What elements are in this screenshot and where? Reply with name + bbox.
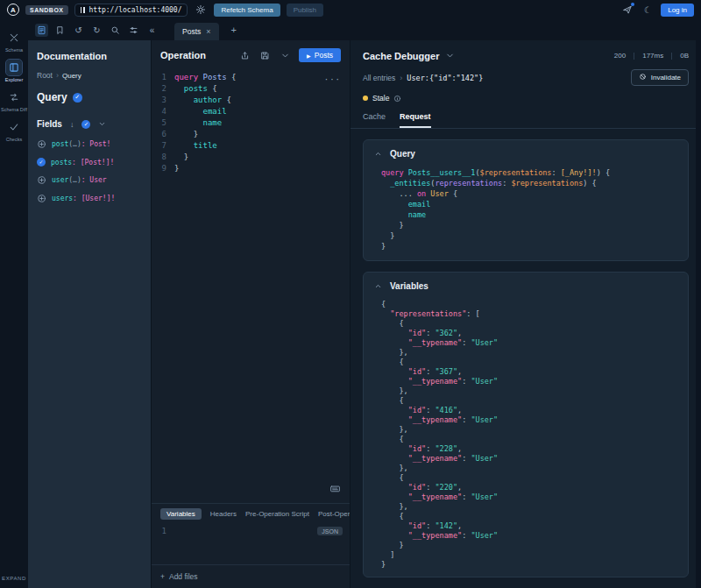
run-operation-button[interactable]: ▶ Posts xyxy=(299,48,341,62)
field-row-users[interactable]: users: [User!]! xyxy=(37,194,142,203)
check-circle-icon[interactable]: ✓ xyxy=(37,158,46,166)
type-heading-row: Query ✓ xyxy=(37,91,142,103)
field-type-link[interactable]: : User xyxy=(81,176,107,184)
gear-icon[interactable] xyxy=(194,3,208,17)
cache-debugger-panel: Cache Debugger 200 177ms 0B All entries … xyxy=(350,40,701,588)
info-icon[interactable] xyxy=(393,95,401,103)
invalidate-label: Invalidate xyxy=(651,74,681,81)
refetch-schema-button[interactable]: Refetch Schema xyxy=(214,4,280,17)
close-icon[interactable]: × xyxy=(206,27,210,36)
cache-debugger-title[interactable]: Cache Debugger xyxy=(363,51,439,61)
operation-code[interactable]: 1query Posts {2 posts {3 author {4 email… xyxy=(152,72,350,174)
breadcrumb-current[interactable]: Query xyxy=(62,72,81,80)
field-name[interactable]: posts xyxy=(51,159,72,166)
scrollbar[interactable] xyxy=(696,40,701,588)
keyboard-icon[interactable] xyxy=(329,483,341,498)
request-query-code[interactable]: query Posts__users__1($representations: … xyxy=(381,167,677,251)
schema-icon xyxy=(6,30,22,46)
invalidate-button[interactable]: Invalidate xyxy=(631,69,689,86)
response-time: 177ms xyxy=(642,52,663,60)
login-button[interactable]: Log in xyxy=(661,4,694,17)
bookmark-icon[interactable] xyxy=(53,24,67,37)
operation-title: Operation xyxy=(160,50,206,60)
query-card-title: Query xyxy=(390,149,415,159)
settings-icon[interactable] xyxy=(127,24,140,37)
publish-button[interactable]: Publish xyxy=(287,4,323,17)
field-row-post[interactable]: post(…): Post! xyxy=(37,139,142,149)
sidebar-item-explorer[interactable]: Explorer xyxy=(1,60,27,82)
search-icon[interactable] xyxy=(109,24,122,37)
type-name: Query xyxy=(37,91,67,103)
rail-label-checks: Checks xyxy=(6,137,22,142)
tab-cache[interactable]: Cache xyxy=(363,112,386,128)
field-name[interactable]: user xyxy=(52,176,68,184)
field-name[interactable]: post xyxy=(52,140,68,148)
collapse-icon[interactable]: « xyxy=(145,24,159,37)
tab-pre-operation-script[interactable]: Pre-Operation Script xyxy=(245,510,309,518)
tab-headers[interactable]: Headers xyxy=(210,510,237,518)
expand-button[interactable]: EXPAND xyxy=(2,576,26,588)
query-card-header[interactable]: Query xyxy=(374,149,677,159)
slash-circle-icon xyxy=(639,73,647,82)
field-type-link[interactable]: : [User!]! xyxy=(73,195,115,202)
chevron-down-icon[interactable] xyxy=(443,49,457,62)
add-circle-icon[interactable] xyxy=(37,175,46,185)
field-row-user[interactable]: user(…): User xyxy=(37,175,142,185)
breadcrumb-root[interactable]: Root xyxy=(37,71,53,80)
apollo-logo-icon[interactable]: A xyxy=(7,4,19,16)
add-files-label: Add files xyxy=(169,572,198,581)
sidebar-item-schema[interactable]: Schema xyxy=(1,30,27,53)
request-variables-code[interactable]: { "representations": [ { "id": "362", "_… xyxy=(381,300,677,570)
field-row-posts[interactable]: ✓ posts: [Post!]! xyxy=(37,158,142,166)
endpoint-url-input[interactable]: http://localhost:4000/ xyxy=(74,4,188,17)
undo-icon[interactable]: ↺ xyxy=(72,24,85,37)
endpoint-url: http://localhost:4000/ xyxy=(89,6,182,14)
field-name[interactable]: users xyxy=(52,195,73,202)
rail-label-schema: Schema xyxy=(5,47,23,53)
variables-editor[interactable]: 1 JSON xyxy=(152,524,350,564)
save-icon[interactable] xyxy=(258,49,272,62)
tab-variables[interactable]: Variables xyxy=(160,508,202,520)
operation-header: Operation ▶ Posts xyxy=(152,40,350,67)
paper-plane-icon[interactable] xyxy=(620,3,634,17)
more-options-icon[interactable]: ··· xyxy=(324,74,341,86)
add-files-button[interactable]: + Add files xyxy=(152,564,350,588)
field-args: (…) xyxy=(68,176,81,184)
sort-down-icon[interactable]: ↓ xyxy=(70,120,74,129)
add-circle-icon[interactable] xyxy=(37,139,46,149)
cache-entry-id: User:{"id":"142"} xyxy=(407,74,483,82)
variables-card-header[interactable]: Variables xyxy=(374,281,677,291)
add-circle-icon[interactable] xyxy=(37,194,46,203)
share-icon[interactable] xyxy=(238,49,251,62)
tab-request[interactable]: Request xyxy=(400,112,431,128)
json-badge: JSON xyxy=(317,527,343,535)
document-icon[interactable] xyxy=(35,24,48,37)
chevron-down-icon[interactable] xyxy=(279,49,292,62)
sandbox-badge: SANDBOX xyxy=(25,5,68,15)
filter-check-icon[interactable]: ✓ xyxy=(81,120,90,129)
cache-request-tabs: Cache Request xyxy=(350,107,701,129)
sidebar-item-schema-diff[interactable]: Schema Diff xyxy=(1,89,27,112)
rail-label-explorer: Explorer xyxy=(5,77,23,82)
line-number: 1 xyxy=(152,527,174,535)
chevron-up-icon xyxy=(374,150,382,158)
stale-status-row: Stale xyxy=(350,89,701,107)
fields-heading: Fields xyxy=(37,119,62,129)
operation-editor[interactable]: 1query Posts {2 posts {3 author {4 email… xyxy=(152,67,350,503)
pause-icon[interactable] xyxy=(81,7,85,13)
field-type-link[interactable]: : Post! xyxy=(81,140,111,148)
tab-posts[interactable]: Posts × xyxy=(174,23,219,40)
moon-icon[interactable]: ☾ xyxy=(641,3,655,17)
sidebar-item-checks[interactable]: Checks xyxy=(1,119,27,142)
cache-entry-breadcrumb: All entries › User:{"id":"142"} Invalida… xyxy=(350,66,701,89)
schema-diff-icon xyxy=(6,89,22,105)
query-card: Query query Posts__users__1($representat… xyxy=(363,139,689,261)
field-type-link[interactable]: : [Post!]! xyxy=(72,159,114,166)
redo-icon[interactable]: ↻ xyxy=(90,24,103,37)
new-tab-button[interactable]: + xyxy=(231,25,237,35)
left-rail: Schema Explorer Schema Diff Checks EXPAN… xyxy=(0,19,28,588)
chevron-down-icon[interactable] xyxy=(98,120,106,128)
cache-debugger-header: Cache Debugger 200 177ms 0B xyxy=(350,40,701,66)
all-entries-link[interactable]: All entries xyxy=(363,74,395,82)
tab-post-operation-script[interactable]: Post-Oper xyxy=(318,510,350,518)
